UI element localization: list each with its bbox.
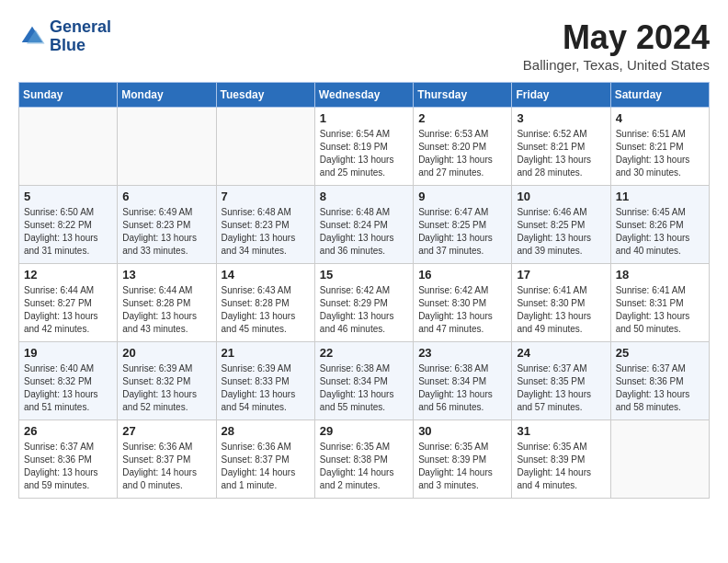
calendar-cell: 15Sunrise: 6:42 AMSunset: 8:29 PMDayligh… [314,264,413,342]
calendar-cell: 5Sunrise: 6:50 AMSunset: 8:22 PMDaylight… [19,186,118,264]
month-year: May 2024 [523,18,710,57]
weekday-header-tuesday: Tuesday [216,83,314,108]
day-detail: Sunrise: 6:39 AMSunset: 8:33 PMDaylight:… [222,362,310,414]
day-number: 17 [517,268,605,282]
calendar-cell: 6Sunrise: 6:49 AMSunset: 8:23 PMDaylight… [118,186,216,264]
calendar-cell: 28Sunrise: 6:36 AMSunset: 8:37 PMDayligh… [216,420,314,499]
day-number: 21 [222,346,310,360]
day-number: 13 [122,268,210,282]
day-number: 29 [320,424,408,438]
calendar-cell: 16Sunrise: 6:42 AMSunset: 8:30 PMDayligh… [414,264,512,342]
day-number: 5 [24,190,112,203]
day-detail: Sunrise: 6:40 AMSunset: 8:32 PMDaylight:… [24,362,112,414]
day-detail: Sunrise: 6:44 AMSunset: 8:28 PMDaylight:… [122,284,210,336]
logo: General Blue [18,18,111,55]
calendar-cell [19,108,118,186]
day-number: 1 [320,111,408,125]
day-number: 10 [517,190,605,203]
day-number: 19 [24,346,112,360]
day-number: 23 [418,346,506,360]
day-detail: Sunrise: 6:51 AMSunset: 8:21 PMDaylight:… [616,128,704,179]
day-detail: Sunrise: 6:35 AMSunset: 8:39 PMDaylight:… [517,441,605,492]
location: Ballinger, Texas, United States [523,57,710,73]
day-number: 4 [616,111,704,125]
day-number: 25 [616,346,704,360]
day-detail: Sunrise: 6:37 AMSunset: 8:35 PMDaylight:… [517,362,605,414]
day-detail: Sunrise: 6:35 AMSunset: 8:38 PMDaylight:… [320,441,408,492]
day-number: 12 [24,268,112,282]
day-number: 18 [616,268,704,282]
day-detail: Sunrise: 6:46 AMSunset: 8:25 PMDaylight:… [517,206,605,258]
day-number: 9 [418,190,506,203]
day-number: 11 [616,190,704,203]
day-number: 26 [24,424,112,438]
day-detail: Sunrise: 6:44 AMSunset: 8:27 PMDaylight:… [24,284,112,336]
day-detail: Sunrise: 6:52 AMSunset: 8:21 PMDaylight:… [517,128,605,179]
day-detail: Sunrise: 6:41 AMSunset: 8:30 PMDaylight:… [517,284,605,336]
weekday-header-sunday: Sunday [19,83,118,108]
day-detail: Sunrise: 6:50 AMSunset: 8:22 PMDaylight:… [24,206,112,258]
weekday-header-friday: Friday [512,83,610,108]
calendar-cell: 14Sunrise: 6:43 AMSunset: 8:28 PMDayligh… [216,264,314,342]
day-number: 6 [122,190,210,203]
day-detail: Sunrise: 6:48 AMSunset: 8:23 PMDaylight:… [222,206,310,258]
day-detail: Sunrise: 6:47 AMSunset: 8:25 PMDaylight:… [418,206,506,258]
day-detail: Sunrise: 6:36 AMSunset: 8:37 PMDaylight:… [222,441,310,492]
weekday-header-saturday: Saturday [610,83,709,108]
calendar-cell: 1Sunrise: 6:54 AMSunset: 8:19 PMDaylight… [314,108,413,186]
calendar-cell: 21Sunrise: 6:39 AMSunset: 8:33 PMDayligh… [216,342,314,420]
calendar-cell: 17Sunrise: 6:41 AMSunset: 8:30 PMDayligh… [512,264,610,342]
day-number: 22 [320,346,408,360]
day-detail: Sunrise: 6:53 AMSunset: 8:20 PMDaylight:… [418,128,506,179]
day-detail: Sunrise: 6:39 AMSunset: 8:32 PMDaylight:… [122,362,210,414]
calendar-cell: 20Sunrise: 6:39 AMSunset: 8:32 PMDayligh… [118,342,216,420]
calendar-cell: 27Sunrise: 6:36 AMSunset: 8:37 PMDayligh… [118,420,216,499]
day-detail: Sunrise: 6:48 AMSunset: 8:24 PMDaylight:… [320,206,408,258]
day-number: 7 [222,190,310,203]
day-number: 14 [222,268,310,282]
calendar-cell: 8Sunrise: 6:48 AMSunset: 8:24 PMDaylight… [314,186,413,264]
day-number: 24 [517,346,605,360]
day-number: 16 [418,268,506,282]
calendar-cell: 7Sunrise: 6:48 AMSunset: 8:23 PMDaylight… [216,186,314,264]
day-detail: Sunrise: 6:45 AMSunset: 8:26 PMDaylight:… [616,206,704,258]
calendar-cell: 9Sunrise: 6:47 AMSunset: 8:25 PMDaylight… [414,186,512,264]
title-block: May 2024 Ballinger, Texas, United States [523,18,710,73]
calendar-cell: 2Sunrise: 6:53 AMSunset: 8:20 PMDaylight… [414,108,512,186]
day-detail: Sunrise: 6:35 AMSunset: 8:39 PMDaylight:… [418,441,506,492]
calendar-cell: 25Sunrise: 6:37 AMSunset: 8:36 PMDayligh… [610,342,709,420]
calendar-cell: 26Sunrise: 6:37 AMSunset: 8:36 PMDayligh… [19,420,118,499]
day-detail: Sunrise: 6:38 AMSunset: 8:34 PMDaylight:… [418,362,506,414]
weekday-header-wednesday: Wednesday [314,83,413,108]
day-number: 20 [122,346,210,360]
calendar-cell [118,108,216,186]
calendar-cell: 10Sunrise: 6:46 AMSunset: 8:25 PMDayligh… [512,186,610,264]
day-number: 27 [122,424,210,438]
calendar-cell: 19Sunrise: 6:40 AMSunset: 8:32 PMDayligh… [19,342,118,420]
day-detail: Sunrise: 6:42 AMSunset: 8:30 PMDaylight:… [418,284,506,336]
day-detail: Sunrise: 6:38 AMSunset: 8:34 PMDaylight:… [320,362,408,414]
calendar-cell: 29Sunrise: 6:35 AMSunset: 8:38 PMDayligh… [314,420,413,499]
calendar-cell: 3Sunrise: 6:52 AMSunset: 8:21 PMDaylight… [512,108,610,186]
calendar-cell [610,420,709,499]
logo-text: General Blue [50,18,111,55]
weekday-header-thursday: Thursday [414,83,512,108]
calendar-cell: 31Sunrise: 6:35 AMSunset: 8:39 PMDayligh… [512,420,610,499]
day-detail: Sunrise: 6:42 AMSunset: 8:29 PMDaylight:… [320,284,408,336]
calendar-cell: 18Sunrise: 6:41 AMSunset: 8:31 PMDayligh… [610,264,709,342]
day-detail: Sunrise: 6:41 AMSunset: 8:31 PMDaylight:… [616,284,704,336]
day-number: 28 [222,424,310,438]
day-detail: Sunrise: 6:36 AMSunset: 8:37 PMDaylight:… [122,441,210,492]
day-number: 15 [320,268,408,282]
calendar-cell [216,108,314,186]
page-header: General Blue May 2024 Ballinger, Texas, … [18,18,710,73]
day-detail: Sunrise: 6:43 AMSunset: 8:28 PMDaylight:… [222,284,310,336]
day-number: 3 [517,111,605,125]
day-number: 31 [517,424,605,438]
logo-icon [18,23,46,51]
day-detail: Sunrise: 6:49 AMSunset: 8:23 PMDaylight:… [122,206,210,258]
calendar-cell: 22Sunrise: 6:38 AMSunset: 8:34 PMDayligh… [314,342,413,420]
calendar-table: SundayMondayTuesdayWednesdayThursdayFrid… [18,82,710,499]
calendar-cell: 11Sunrise: 6:45 AMSunset: 8:26 PMDayligh… [610,186,709,264]
calendar-cell: 24Sunrise: 6:37 AMSunset: 8:35 PMDayligh… [512,342,610,420]
